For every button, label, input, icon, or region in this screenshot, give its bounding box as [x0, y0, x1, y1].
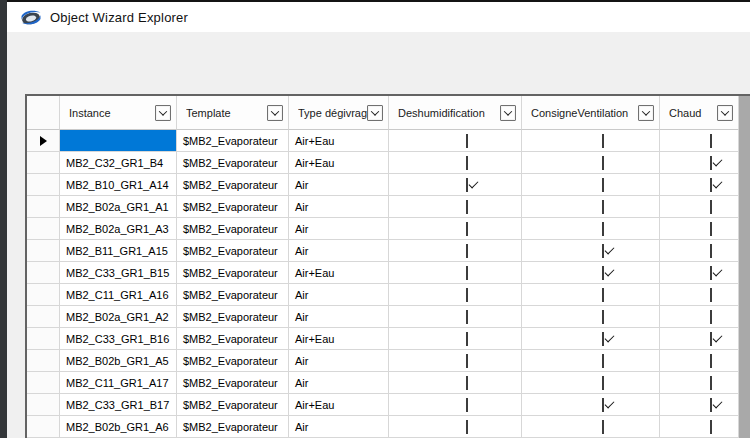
cell-template[interactable]: $MB2_Evaporateur [177, 284, 289, 306]
checkbox-consigne-ventilation[interactable] [602, 354, 604, 368]
cell-deshumidification[interactable] [389, 394, 522, 416]
checkbox-chaud[interactable] [710, 288, 712, 302]
cell-consigne-ventilation[interactable] [522, 350, 660, 372]
cell-consigne-ventilation[interactable] [522, 174, 660, 196]
cell-deshumidification[interactable] [389, 240, 522, 262]
checkbox-consigne-ventilation[interactable] [602, 332, 604, 346]
cell-consigne-ventilation[interactable] [522, 152, 660, 174]
filter-dropdown-button-chaud[interactable] [717, 105, 733, 121]
cell-consigne-ventilation[interactable] [522, 240, 660, 262]
cell-consigne-ventilation[interactable] [522, 218, 660, 240]
cell-type-degivrage[interactable]: Air+Eau [289, 130, 389, 152]
row-header-cell[interactable] [27, 394, 60, 416]
cell-deshumidification[interactable] [389, 350, 522, 372]
row-header-cell[interactable] [27, 218, 60, 240]
checkbox-consigne-ventilation[interactable] [602, 398, 604, 412]
checkbox-chaud[interactable] [710, 178, 712, 192]
row-header-cell[interactable] [27, 262, 60, 284]
title-bar[interactable]: Object Wizard Explorer [7, 2, 750, 32]
checkbox-consigne-ventilation[interactable] [602, 288, 604, 302]
cell-type-degivrage[interactable]: Air [289, 372, 389, 394]
cell-instance[interactable]: MB2_C33_GR1_B17 [60, 394, 177, 416]
cell-instance[interactable] [60, 130, 177, 152]
cell-template[interactable]: $MB2_Evaporateur [177, 372, 289, 394]
column-header-template[interactable]: Template [177, 96, 289, 130]
cell-instance[interactable]: MB2_B02a_GR1_A2 [60, 306, 177, 328]
cell-deshumidification[interactable] [389, 306, 522, 328]
cell-chaud[interactable] [660, 306, 739, 328]
checkbox-deshumidification[interactable] [466, 244, 468, 258]
cell-chaud[interactable] [660, 394, 739, 416]
column-header-chaud[interactable]: Chaud [660, 96, 739, 130]
checkbox-deshumidification[interactable] [466, 134, 468, 148]
cell-instance[interactable]: MB2_C32_GR1_B4 [60, 152, 177, 174]
checkbox-deshumidification[interactable] [466, 156, 468, 170]
cell-instance[interactable]: MB2_C33_GR1_B15 [60, 262, 177, 284]
column-header-deshumidification[interactable]: Deshumidification [389, 96, 522, 130]
cell-instance[interactable]: MB2_B11_GR1_A15 [60, 240, 177, 262]
cell-type-degivrage[interactable]: Air [289, 196, 389, 218]
row-header-cell[interactable] [27, 350, 60, 372]
checkbox-chaud[interactable] [710, 310, 712, 324]
cell-deshumidification[interactable] [389, 328, 522, 350]
checkbox-consigne-ventilation[interactable] [602, 222, 604, 236]
cell-consigne-ventilation[interactable] [522, 372, 660, 394]
cell-template[interactable]: $MB2_Evaporateur [177, 394, 289, 416]
row-header-cell[interactable] [27, 372, 60, 394]
checkbox-consigne-ventilation[interactable] [602, 310, 604, 324]
cell-template[interactable]: $MB2_Evaporateur [177, 240, 289, 262]
row-header-cell[interactable] [27, 240, 60, 262]
checkbox-chaud[interactable] [710, 332, 712, 346]
checkbox-deshumidification[interactable] [466, 178, 468, 192]
checkbox-consigne-ventilation[interactable] [602, 376, 604, 390]
cell-template[interactable]: $MB2_Evaporateur [177, 350, 289, 372]
cell-type-degivrage[interactable]: Air [289, 416, 389, 438]
cell-type-degivrage[interactable]: Air [289, 218, 389, 240]
cell-instance[interactable]: MB2_C33_GR1_B16 [60, 328, 177, 350]
row-header-cell[interactable] [27, 284, 60, 306]
cell-type-degivrage[interactable]: Air+Eau [289, 152, 389, 174]
grid-corner-cell[interactable] [27, 96, 60, 130]
cell-deshumidification[interactable] [389, 196, 522, 218]
cell-chaud[interactable] [660, 350, 739, 372]
column-header-instance[interactable]: Instance [60, 96, 177, 130]
cell-type-degivrage[interactable]: Air+Eau [289, 262, 389, 284]
cell-template[interactable]: $MB2_Evaporateur [177, 306, 289, 328]
cell-deshumidification[interactable] [389, 152, 522, 174]
cell-deshumidification[interactable] [389, 174, 522, 196]
cell-instance[interactable]: MB2_B02a_GR1_A3 [60, 218, 177, 240]
cell-deshumidification[interactable] [389, 218, 522, 240]
cell-instance[interactable]: MB2_B02b_GR1_A6 [60, 416, 177, 438]
cell-chaud[interactable] [660, 416, 739, 438]
row-header-cell[interactable] [27, 306, 60, 328]
cell-template[interactable]: $MB2_Evaporateur [177, 262, 289, 284]
filter-dropdown-button-type-degivrage[interactable] [367, 105, 383, 121]
cell-type-degivrage[interactable]: Air [289, 350, 389, 372]
cell-consigne-ventilation[interactable] [522, 262, 660, 284]
row-header-cell[interactable] [27, 328, 60, 350]
cell-deshumidification[interactable] [389, 284, 522, 306]
checkbox-chaud[interactable] [710, 134, 712, 148]
column-header-consigne-ventilation[interactable]: ConsigneVentilation [522, 96, 660, 130]
cell-consigne-ventilation[interactable] [522, 284, 660, 306]
row-header-cell[interactable] [27, 130, 60, 152]
row-header-cell[interactable] [27, 196, 60, 218]
cell-consigne-ventilation[interactable] [522, 306, 660, 328]
cell-chaud[interactable] [660, 174, 739, 196]
cell-type-degivrage[interactable]: Air [289, 174, 389, 196]
checkbox-deshumidification[interactable] [466, 398, 468, 412]
cell-deshumidification[interactable] [389, 130, 522, 152]
checkbox-deshumidification[interactable] [466, 222, 468, 236]
checkbox-chaud[interactable] [710, 354, 712, 368]
cell-type-degivrage[interactable]: Air [289, 240, 389, 262]
checkbox-chaud[interactable] [710, 222, 712, 236]
cell-deshumidification[interactable] [389, 416, 522, 438]
row-header-cell[interactable] [27, 174, 60, 196]
checkbox-chaud[interactable] [710, 398, 712, 412]
cell-deshumidification[interactable] [389, 262, 522, 284]
cell-deshumidification[interactable] [389, 372, 522, 394]
cell-template[interactable]: $MB2_Evaporateur [177, 416, 289, 438]
checkbox-chaud[interactable] [710, 420, 712, 434]
filter-dropdown-button-instance[interactable] [155, 105, 171, 121]
cell-chaud[interactable] [660, 262, 739, 284]
